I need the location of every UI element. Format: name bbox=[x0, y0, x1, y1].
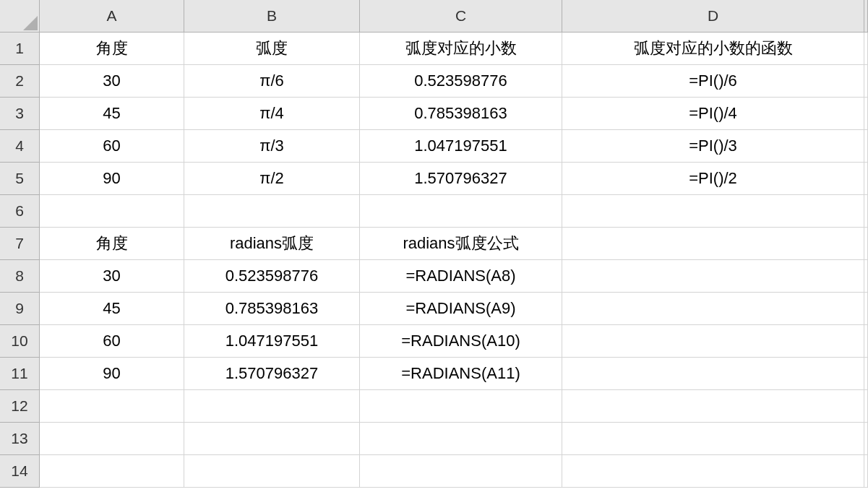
row-header-6[interactable]: 6 bbox=[0, 195, 40, 228]
cell-C9[interactable]: =RADIANS(A9) bbox=[360, 293, 562, 325]
cell-C14[interactable] bbox=[360, 455, 562, 488]
cell-D11[interactable] bbox=[562, 358, 864, 390]
cell-C10[interactable]: =RADIANS(A10) bbox=[360, 325, 562, 358]
cell-stub[interactable] bbox=[864, 423, 868, 455]
cell-A9[interactable]: 45 bbox=[40, 293, 184, 325]
cell-B14[interactable] bbox=[184, 455, 360, 488]
cell-B9[interactable]: 0.785398163 bbox=[184, 293, 360, 325]
cell-A10[interactable]: 60 bbox=[40, 325, 184, 358]
row-header-14[interactable]: 14 bbox=[0, 455, 40, 488]
cell-B4[interactable]: π/3 bbox=[184, 130, 360, 163]
cell-stub[interactable] bbox=[864, 325, 868, 358]
row-header-12[interactable]: 12 bbox=[0, 390, 40, 423]
row-header-8[interactable]: 8 bbox=[0, 260, 40, 293]
cell-B11[interactable]: 1.570796327 bbox=[184, 358, 360, 390]
cell-D12[interactable] bbox=[562, 390, 864, 423]
col-header-B[interactable]: B bbox=[184, 0, 360, 33]
select-all-triangle-icon bbox=[23, 16, 38, 30]
cell-stub[interactable] bbox=[864, 293, 868, 325]
row-header-13[interactable]: 13 bbox=[0, 423, 40, 455]
cell-stub[interactable] bbox=[864, 390, 868, 423]
cell-A1[interactable]: 角度 bbox=[40, 33, 184, 65]
cell-A12[interactable] bbox=[40, 390, 184, 423]
cell-stub[interactable] bbox=[864, 163, 868, 195]
col-header-C[interactable]: C bbox=[360, 0, 562, 33]
cell-D10[interactable] bbox=[562, 325, 864, 358]
row-header-3[interactable]: 3 bbox=[0, 98, 40, 130]
row-header-9[interactable]: 9 bbox=[0, 293, 40, 325]
cell-D3[interactable]: =PI()/4 bbox=[562, 98, 864, 130]
cell-D9[interactable] bbox=[562, 293, 864, 325]
cell-B13[interactable] bbox=[184, 423, 360, 455]
cell-D6[interactable] bbox=[562, 195, 864, 228]
svg-marker-0 bbox=[23, 16, 38, 30]
row-header-4[interactable]: 4 bbox=[0, 130, 40, 163]
cell-C12[interactable] bbox=[360, 390, 562, 423]
cell-D14[interactable] bbox=[562, 455, 864, 488]
row-header-1[interactable]: 1 bbox=[0, 33, 40, 65]
cell-B7[interactable]: radians弧度 bbox=[184, 228, 360, 260]
row-header-11[interactable]: 11 bbox=[0, 358, 40, 390]
cell-A5[interactable]: 90 bbox=[40, 163, 184, 195]
cell-C13[interactable] bbox=[360, 423, 562, 455]
cell-C3[interactable]: 0.785398163 bbox=[360, 98, 562, 130]
cell-D7[interactable] bbox=[562, 228, 864, 260]
cell-C4[interactable]: 1.047197551 bbox=[360, 130, 562, 163]
col-header-A[interactable]: A bbox=[40, 0, 184, 33]
cell-stub[interactable] bbox=[864, 358, 868, 390]
cell-B8[interactable]: 0.523598776 bbox=[184, 260, 360, 293]
cell-A8[interactable]: 30 bbox=[40, 260, 184, 293]
cell-D5[interactable]: =PI()/2 bbox=[562, 163, 864, 195]
cell-stub[interactable] bbox=[864, 98, 868, 130]
cell-A13[interactable] bbox=[40, 423, 184, 455]
cell-B1[interactable]: 弧度 bbox=[184, 33, 360, 65]
cell-A2[interactable]: 30 bbox=[40, 65, 184, 98]
cell-stub[interactable] bbox=[864, 228, 868, 260]
cell-C6[interactable] bbox=[360, 195, 562, 228]
cell-A14[interactable] bbox=[40, 455, 184, 488]
cell-C5[interactable]: 1.570796327 bbox=[360, 163, 562, 195]
cell-D8[interactable] bbox=[562, 260, 864, 293]
select-all-corner[interactable] bbox=[0, 0, 40, 33]
cell-B2[interactable]: π/6 bbox=[184, 65, 360, 98]
cell-C1[interactable]: 弧度对应的小数 bbox=[360, 33, 562, 65]
cell-stub[interactable] bbox=[864, 455, 868, 488]
row-header-2[interactable]: 2 bbox=[0, 65, 40, 98]
cell-D1[interactable]: 弧度对应的小数的函数 bbox=[562, 33, 864, 65]
cell-B6[interactable] bbox=[184, 195, 360, 228]
row-header-5[interactable]: 5 bbox=[0, 163, 40, 195]
cell-D2[interactable]: =PI()/6 bbox=[562, 65, 864, 98]
cell-stub[interactable] bbox=[864, 195, 868, 228]
cell-stub[interactable] bbox=[864, 260, 868, 293]
cell-stub[interactable] bbox=[864, 65, 868, 98]
cell-A3[interactable]: 45 bbox=[40, 98, 184, 130]
cell-B10[interactable]: 1.047197551 bbox=[184, 325, 360, 358]
cell-C7[interactable]: radians弧度公式 bbox=[360, 228, 562, 260]
cell-B12[interactable] bbox=[184, 390, 360, 423]
col-header-D[interactable]: D bbox=[562, 0, 864, 33]
cell-C8[interactable]: =RADIANS(A8) bbox=[360, 260, 562, 293]
cell-D13[interactable] bbox=[562, 423, 864, 455]
cell-A6[interactable] bbox=[40, 195, 184, 228]
cell-stub[interactable] bbox=[864, 33, 868, 65]
cell-C2[interactable]: 0.523598776 bbox=[360, 65, 562, 98]
row-header-10[interactable]: 10 bbox=[0, 325, 40, 358]
cell-C11[interactable]: =RADIANS(A11) bbox=[360, 358, 562, 390]
cell-B3[interactable]: π/4 bbox=[184, 98, 360, 130]
cell-A7[interactable]: 角度 bbox=[40, 228, 184, 260]
cell-A4[interactable]: 60 bbox=[40, 130, 184, 163]
cell-B5[interactable]: π/2 bbox=[184, 163, 360, 195]
col-header-next[interactable] bbox=[864, 0, 868, 33]
cell-stub[interactable] bbox=[864, 130, 868, 163]
spreadsheet-grid: A B C D 1 角度 弧度 弧度对应的小数 弧度对应的小数的函数 2 30 … bbox=[0, 0, 868, 488]
row-header-7[interactable]: 7 bbox=[0, 228, 40, 260]
cell-A11[interactable]: 90 bbox=[40, 358, 184, 390]
cell-D4[interactable]: =PI()/3 bbox=[562, 130, 864, 163]
